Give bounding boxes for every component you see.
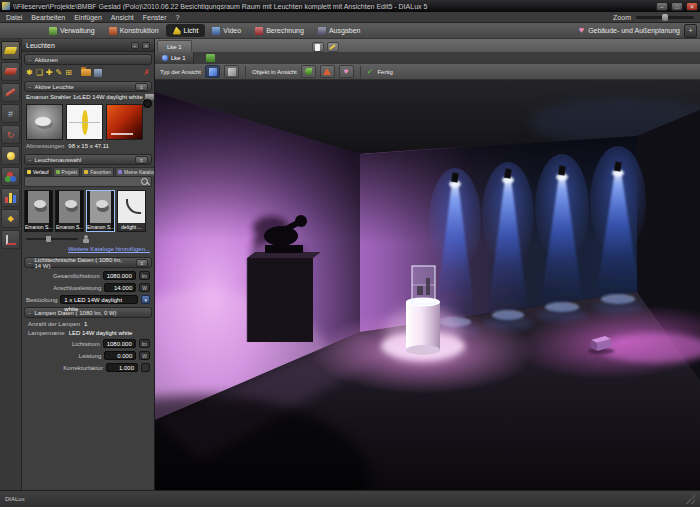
luminaire-red-tool-button[interactable] <box>1 62 20 81</box>
tab-berechnung[interactable]: Berechnung <box>248 23 311 38</box>
section-options-button[interactable]: ≡ <box>135 156 148 164</box>
lichtstrom-input[interactable]: 1080.000 <box>103 339 136 348</box>
view-3d-button[interactable] <box>205 65 220 78</box>
section-options-button[interactable]: ≡ <box>136 259 148 267</box>
section-licht-daten-header[interactable]: − Lichttechnische Daten ( 1080 lm, 14 W)… <box>24 257 152 268</box>
minimize-button[interactable]: – <box>656 2 668 11</box>
grid-tool-button[interactable]: # <box>1 104 20 123</box>
document-tab[interactable]: Lke 1 <box>157 40 192 52</box>
folder-icon[interactable] <box>81 69 91 76</box>
unit-chip: W <box>139 283 150 292</box>
thumbnail-size-slider[interactable] <box>26 238 78 240</box>
tab-favoriten[interactable]: Favoriten <box>81 167 114 176</box>
photometric-curve-thumbnail[interactable] <box>66 104 103 140</box>
diamond-tool-button[interactable]: ◆ <box>1 209 20 228</box>
zoom-label: Zoom <box>613 14 631 21</box>
search-input[interactable] <box>28 178 141 186</box>
search-icon[interactable] <box>141 178 148 185</box>
menu-ansicht[interactable]: Ansicht <box>111 14 134 21</box>
add-view-button[interactable] <box>206 54 215 62</box>
show-furniture-button[interactable] <box>301 65 316 78</box>
tab-konstruktion[interactable]: Konstruktion <box>102 23 166 38</box>
tab-meine-kataloge[interactable]: Meine Kataloge <box>115 167 155 176</box>
delete-icon[interactable]: ✗ <box>143 68 150 77</box>
panel-close-button[interactable]: × <box>142 42 150 49</box>
new-luminaire-icon[interactable]: ✱ <box>26 68 33 77</box>
edit-view-button[interactable] <box>327 42 339 52</box>
anschlussleistung-input[interactable]: 14.000 <box>104 283 136 292</box>
zoom-slider[interactable] <box>636 16 694 19</box>
licht-icon <box>173 27 181 35</box>
building-planning-button[interactable]: Gebäude- und Außenplanung <box>588 27 680 34</box>
menu-bearbeiten[interactable]: Bearbeiten <box>31 14 65 21</box>
field-gesamtlichtstrom: Gesamtlichtstrom 1080.000 lm <box>26 271 150 280</box>
wrench-tool-button[interactable] <box>1 83 20 102</box>
edit-luminaire-icon[interactable]: ✎ <box>56 68 63 77</box>
close-button[interactable]: ✕ <box>686 2 698 11</box>
panel-pin-button[interactable]: ▪ <box>131 42 139 49</box>
dimensions-value: 98 x 15 x 47.11 <box>68 143 109 149</box>
leistung-input[interactable]: 0.000 <box>104 351 136 360</box>
tab-ausgaben[interactable]: Ausgaben <box>311 23 368 38</box>
section-options-button[interactable]: ≡ <box>135 83 148 91</box>
new-page-button[interactable] <box>312 42 324 52</box>
add-catalogs-link[interactable]: Weitere Kataloge hinzufügen... <box>22 245 154 255</box>
view-toolbar: Typ der Ansicht Objekt in Ansicht ♥ ✓ Fe… <box>155 63 700 80</box>
bestueckung-select[interactable]: 1 x LED 14W daylight white <box>60 295 138 304</box>
luminaire-tool-button[interactable] <box>1 41 20 60</box>
tab-video[interactable]: Video <box>205 23 248 38</box>
copy-luminaire-icon[interactable]: ❏ <box>36 68 43 77</box>
korrekturfaktor-input[interactable]: 1.000 <box>106 363 138 372</box>
menu-datei[interactable]: Datei <box>6 14 22 21</box>
section-leuchtenauswahl-header[interactable]: − Leuchtenauswahl ≡ <box>24 154 152 165</box>
menubar: Datei Bearbeiten Einfügen Ansicht Fenste… <box>0 12 700 23</box>
axes-tool-button[interactable] <box>1 230 20 249</box>
tab-licht[interactable]: Licht <box>166 24 206 37</box>
tab-verlauf[interactable]: Verlauf <box>24 167 52 176</box>
app-icon <box>2 2 10 10</box>
view-tab-active[interactable]: Lke 1 <box>155 52 194 63</box>
panel-nav-dot[interactable] <box>143 99 152 108</box>
field-label: Gesamtlichtstrom <box>53 273 100 279</box>
list-item-emanon-3-selected[interactable]: Emanon S... <box>86 190 115 232</box>
list-item-emanon-2[interactable]: Emanon S... <box>55 190 84 232</box>
list-item-delight[interactable]: delight ... <box>117 190 146 232</box>
chart-tool-button[interactable] <box>1 188 20 207</box>
box-icon[interactable] <box>94 69 102 77</box>
rotate-tool-button[interactable]: ↻ <box>1 125 20 144</box>
section-aktive-leuchte-header[interactable]: − Aktive Leuchte ≡ <box>24 81 152 92</box>
menu-fenster[interactable]: Fenster <box>143 14 167 21</box>
list-item-emanon-1[interactable]: Emanon S... <box>24 190 53 232</box>
zoom-slider-thumb[interactable] <box>662 14 668 21</box>
section-lampen-daten-header[interactable]: − Lampen Daten ( 1080 lm, 0 W) <box>24 307 152 318</box>
chevron-down-icon[interactable]: ▾ <box>141 295 150 304</box>
field-label: Korrekturfaktor <box>63 365 103 371</box>
tab-meine-kataloge-label: Meine Kataloge <box>124 169 155 175</box>
bulb-tool-button[interactable] <box>1 146 20 165</box>
color-wheel-tool-button[interactable] <box>1 167 20 186</box>
section-aktionen-header[interactable]: − Aktionen <box>24 54 152 65</box>
resize-grip[interactable] <box>685 494 695 504</box>
statusbar: DIALux <box>0 490 700 507</box>
product-image-thumbnail[interactable] <box>106 104 143 140</box>
luminaire-photo-thumbnail[interactable] <box>26 104 63 140</box>
anzahl-label: Anzahl der Lampen <box>28 321 80 327</box>
show-favorites-button[interactable]: ♥ <box>339 65 354 78</box>
field-label: Anschlussleistung <box>53 285 101 291</box>
viewport-3d-scene[interactable] <box>155 80 700 490</box>
thumbnail-size-thumb[interactable] <box>46 236 51 242</box>
view-2d-button[interactable] <box>224 65 239 78</box>
show-cones-button[interactable] <box>320 65 335 78</box>
wrench-icon <box>5 88 16 97</box>
done-button[interactable]: Fertig <box>377 69 392 75</box>
spotlight-image <box>65 200 77 208</box>
tab-verwaltung[interactable]: Verwaltung <box>42 23 102 38</box>
add-luminaire-icon[interactable]: ✚ <box>46 68 53 77</box>
arrange-luminaire-icon[interactable]: ⊞ <box>65 68 72 77</box>
building-add-button[interactable]: + <box>684 24 697 38</box>
maximize-button[interactable]: □ <box>671 2 683 11</box>
menu-help[interactable]: ? <box>176 14 180 21</box>
gesamtlichtstrom-input[interactable]: 1080.000 <box>103 271 136 280</box>
tab-projekt[interactable]: Projekt <box>53 167 81 176</box>
menu-einfuegen[interactable]: Einfügen <box>74 14 102 21</box>
